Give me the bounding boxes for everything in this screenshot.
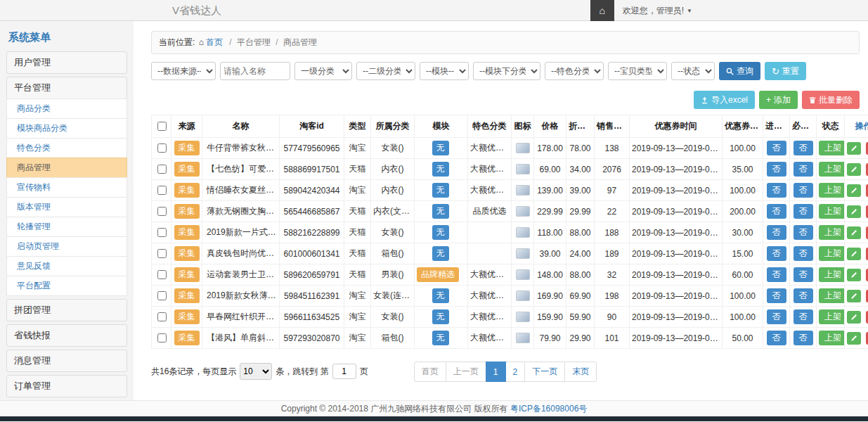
filter-feature-select[interactable]: --特色分类-- (545, 62, 604, 80)
status-button[interactable]: 上架 (819, 267, 845, 282)
filter-name-input[interactable] (220, 62, 290, 80)
edit-button[interactable] (847, 184, 861, 197)
edit-button[interactable] (847, 163, 861, 176)
status-button[interactable]: 上架 (819, 288, 845, 303)
sidebar-item[interactable]: 平台管理 (6, 77, 127, 99)
icp-link[interactable]: 粤ICP备16098006号 (510, 404, 587, 414)
row-checkbox[interactable] (157, 291, 167, 300)
page-button[interactable]: 下一页 (524, 362, 565, 382)
filter-source-select[interactable]: --数据来源-- (151, 62, 216, 80)
edit-button[interactable] (847, 226, 861, 239)
sidebar-item[interactable]: 省钱快报 (6, 324, 127, 347)
batch-delete-button[interactable]: 批量删除 (802, 91, 860, 109)
sidebar-item[interactable]: 意见反馈 (6, 256, 127, 276)
status-button[interactable]: 上架 (819, 183, 845, 198)
sidebar-item[interactable]: 商品管理 (6, 158, 127, 178)
status-button[interactable]: 上架 (819, 162, 845, 177)
must-buy-toggle-button[interactable]: 否 (793, 141, 813, 155)
edit-button[interactable] (847, 205, 861, 218)
edit-button[interactable] (847, 290, 861, 302)
must-buy-toggle-button[interactable]: 否 (793, 246, 813, 261)
sidebar-item[interactable]: 轮播管理 (6, 217, 127, 237)
search-button[interactable]: 查询 (719, 62, 760, 80)
sidebar-item[interactable]: 版本管理 (6, 197, 127, 217)
must-buy-toggle-button[interactable]: 否 (793, 162, 813, 177)
category-cell: 内衣(文胸) (371, 201, 415, 222)
sidebar-item[interactable]: 消息管理 (6, 350, 127, 372)
import-excel-button[interactable]: 导入excel (694, 91, 755, 109)
page-button[interactable]: 2 (505, 362, 526, 382)
sidebar-item[interactable]: 拼团管理 (6, 299, 127, 321)
edit-button[interactable] (847, 142, 861, 155)
status-button[interactable]: 上架 (819, 225, 845, 240)
row-checkbox[interactable] (157, 186, 167, 195)
page-button[interactable]: 1 (486, 362, 506, 382)
bottom-strip (0, 416, 868, 421)
reset-button[interactable]: ↻ 重置 (765, 62, 806, 80)
row-checkbox[interactable] (157, 312, 167, 321)
must-buy-toggle-button[interactable]: 否 (793, 288, 813, 303)
must-buy-toggle-button[interactable]: 否 (793, 331, 813, 345)
page-button[interactable]: 末页 (564, 362, 597, 382)
must-buy-toggle-button[interactable]: 否 (793, 183, 813, 198)
filter-level1-select[interactable]: 一级分类 (294, 62, 352, 80)
row-checkbox[interactable] (157, 249, 167, 258)
per-page-select[interactable]: 10 (240, 363, 272, 380)
must-buy-cell: 否 (790, 328, 817, 349)
sidebar-item[interactable]: 宣传物料 (6, 177, 127, 198)
feature-cell (468, 243, 512, 264)
must-buy-toggle-button[interactable]: 否 (793, 309, 813, 324)
imported-toggle-button[interactable]: 否 (767, 246, 786, 261)
must-buy-toggle-button[interactable]: 否 (793, 225, 813, 240)
sidebar-item[interactable]: 商品分类 (6, 98, 127, 119)
add-button[interactable]: + 添加 (759, 91, 798, 109)
sidebar-item[interactable]: 用户管理 (6, 51, 127, 74)
table-row: 采集 2019新款女秋薄款... 598451162391 淘宝 女装(连衣裙)… (152, 286, 868, 307)
sidebar-item[interactable]: 特色分类 (6, 138, 127, 158)
row-checkbox[interactable] (157, 143, 167, 153)
row-checkbox[interactable] (157, 228, 167, 237)
module-cell: 无 (415, 159, 468, 180)
filter-module-sub-select[interactable]: --模块下分类-- (473, 62, 540, 80)
status-button[interactable]: 上架 (819, 141, 845, 155)
edit-button[interactable] (847, 311, 861, 324)
imported-toggle-button[interactable]: 否 (767, 267, 786, 282)
edit-button[interactable] (847, 248, 861, 260)
row-checkbox[interactable] (157, 207, 167, 216)
coupon-amount-cell: 100.00 (723, 138, 763, 159)
sidebar-item[interactable]: 订单管理 (6, 375, 127, 397)
filter-level2-select[interactable]: --二级分类-- (356, 62, 415, 80)
select-all-checkbox[interactable] (157, 122, 167, 131)
imported-toggle-button[interactable]: 否 (767, 331, 786, 345)
goto-page-input[interactable] (332, 364, 356, 379)
row-checkbox[interactable] (157, 333, 167, 343)
breadcrumb-home-link[interactable]: ⌂首页 (199, 37, 223, 47)
imported-toggle-button[interactable]: 否 (767, 183, 786, 198)
imported-toggle-button[interactable]: 否 (767, 309, 786, 324)
status-button[interactable]: 上架 (819, 246, 845, 261)
sidebar-item[interactable]: 模块商品分类 (6, 118, 127, 139)
page-button[interactable]: 上一页 (446, 362, 486, 382)
user-menu[interactable]: 欢迎您，管理员! ▼ (623, 5, 692, 17)
filter-module-select[interactable]: --模块-- (420, 62, 469, 80)
status-button[interactable]: 上架 (819, 204, 845, 219)
row-checkbox[interactable] (157, 270, 167, 279)
imported-toggle-button[interactable]: 否 (767, 141, 786, 155)
row-checkbox[interactable] (157, 165, 167, 174)
edit-button[interactable] (847, 332, 861, 345)
imported-toggle-button[interactable]: 否 (767, 204, 786, 219)
imported-toggle-button[interactable]: 否 (767, 162, 786, 177)
sidebar-item[interactable]: 启动页管理 (6, 236, 127, 257)
status-button[interactable]: 上架 (819, 331, 845, 345)
status-button[interactable]: 上架 (819, 309, 845, 324)
must-buy-toggle-button[interactable]: 否 (793, 267, 813, 282)
must-buy-toggle-button[interactable]: 否 (793, 204, 813, 219)
edit-button[interactable] (847, 269, 861, 281)
sidebar-item[interactable]: 平台配置 (6, 276, 127, 296)
imported-toggle-button[interactable]: 否 (767, 225, 786, 240)
home-button[interactable]: ⌂ (590, 0, 614, 21)
filter-status-select[interactable]: --状态-- (671, 62, 715, 80)
page-button[interactable]: 首页 (414, 362, 446, 382)
filter-item-type-select[interactable]: --宝贝类型-- (608, 62, 667, 80)
imported-toggle-button[interactable]: 否 (767, 288, 786, 303)
